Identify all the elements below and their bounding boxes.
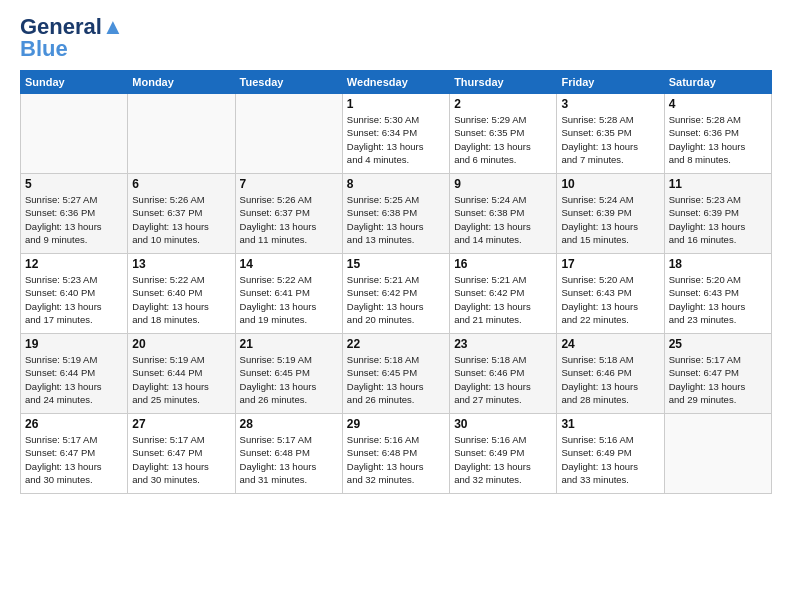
day-info: Sunrise: 5:24 AMSunset: 6:39 PMDaylight:… [561,193,659,246]
calendar-cell: 13Sunrise: 5:22 AMSunset: 6:40 PMDayligh… [128,254,235,334]
calendar-cell: 6Sunrise: 5:26 AMSunset: 6:37 PMDaylight… [128,174,235,254]
day-number: 19 [25,337,123,351]
calendar-cell: 26Sunrise: 5:17 AMSunset: 6:47 PMDayligh… [21,414,128,494]
calendar-cell: 31Sunrise: 5:16 AMSunset: 6:49 PMDayligh… [557,414,664,494]
day-number: 8 [347,177,445,191]
day-info: Sunrise: 5:17 AMSunset: 6:47 PMDaylight:… [132,433,230,486]
logo-text: General▲ Blue [20,16,124,60]
calendar-cell: 9Sunrise: 5:24 AMSunset: 6:38 PMDaylight… [450,174,557,254]
day-info: Sunrise: 5:18 AMSunset: 6:46 PMDaylight:… [561,353,659,406]
header: General▲ Blue [20,16,772,60]
day-number: 22 [347,337,445,351]
day-number: 10 [561,177,659,191]
day-info: Sunrise: 5:24 AMSunset: 6:38 PMDaylight:… [454,193,552,246]
day-number: 16 [454,257,552,271]
day-number: 2 [454,97,552,111]
day-number: 24 [561,337,659,351]
calendar-cell: 27Sunrise: 5:17 AMSunset: 6:47 PMDayligh… [128,414,235,494]
day-number: 5 [25,177,123,191]
weekday-header-saturday: Saturday [664,71,771,94]
calendar-cell: 12Sunrise: 5:23 AMSunset: 6:40 PMDayligh… [21,254,128,334]
day-info: Sunrise: 5:30 AMSunset: 6:34 PMDaylight:… [347,113,445,166]
day-info: Sunrise: 5:27 AMSunset: 6:36 PMDaylight:… [25,193,123,246]
logo-blue-text: Blue [20,36,68,61]
calendar-week-2: 12Sunrise: 5:23 AMSunset: 6:40 PMDayligh… [21,254,772,334]
day-info: Sunrise: 5:18 AMSunset: 6:46 PMDaylight:… [454,353,552,406]
day-info: Sunrise: 5:19 AMSunset: 6:45 PMDaylight:… [240,353,338,406]
weekday-header-tuesday: Tuesday [235,71,342,94]
day-number: 4 [669,97,767,111]
logo-blue: ▲ [102,14,124,39]
weekday-header-thursday: Thursday [450,71,557,94]
day-info: Sunrise: 5:21 AMSunset: 6:42 PMDaylight:… [454,273,552,326]
day-info: Sunrise: 5:16 AMSunset: 6:48 PMDaylight:… [347,433,445,486]
logo: General▲ Blue [20,16,124,60]
weekday-header-monday: Monday [128,71,235,94]
calendar-cell: 24Sunrise: 5:18 AMSunset: 6:46 PMDayligh… [557,334,664,414]
calendar-cell: 28Sunrise: 5:17 AMSunset: 6:48 PMDayligh… [235,414,342,494]
calendar-week-3: 19Sunrise: 5:19 AMSunset: 6:44 PMDayligh… [21,334,772,414]
weekday-header-sunday: Sunday [21,71,128,94]
calendar-cell: 17Sunrise: 5:20 AMSunset: 6:43 PMDayligh… [557,254,664,334]
calendar-cell: 18Sunrise: 5:20 AMSunset: 6:43 PMDayligh… [664,254,771,334]
day-number: 9 [454,177,552,191]
day-info: Sunrise: 5:17 AMSunset: 6:48 PMDaylight:… [240,433,338,486]
day-info: Sunrise: 5:17 AMSunset: 6:47 PMDaylight:… [25,433,123,486]
day-number: 25 [669,337,767,351]
day-number: 15 [347,257,445,271]
calendar-week-4: 26Sunrise: 5:17 AMSunset: 6:47 PMDayligh… [21,414,772,494]
calendar-cell: 14Sunrise: 5:22 AMSunset: 6:41 PMDayligh… [235,254,342,334]
day-number: 17 [561,257,659,271]
day-number: 18 [669,257,767,271]
calendar-cell [235,94,342,174]
day-number: 31 [561,417,659,431]
day-number: 20 [132,337,230,351]
day-info: Sunrise: 5:28 AMSunset: 6:35 PMDaylight:… [561,113,659,166]
day-number: 12 [25,257,123,271]
weekday-header-wednesday: Wednesday [342,71,449,94]
day-info: Sunrise: 5:23 AMSunset: 6:39 PMDaylight:… [669,193,767,246]
calendar-cell: 30Sunrise: 5:16 AMSunset: 6:49 PMDayligh… [450,414,557,494]
day-number: 27 [132,417,230,431]
page: General▲ Blue SundayMondayTuesdayWednesd… [0,0,792,510]
day-info: Sunrise: 5:20 AMSunset: 6:43 PMDaylight:… [669,273,767,326]
calendar-table: SundayMondayTuesdayWednesdayThursdayFrid… [20,70,772,494]
weekday-header-friday: Friday [557,71,664,94]
day-number: 21 [240,337,338,351]
calendar-cell [21,94,128,174]
calendar-cell: 21Sunrise: 5:19 AMSunset: 6:45 PMDayligh… [235,334,342,414]
weekday-header-row: SundayMondayTuesdayWednesdayThursdayFrid… [21,71,772,94]
day-number: 11 [669,177,767,191]
calendar-week-1: 5Sunrise: 5:27 AMSunset: 6:36 PMDaylight… [21,174,772,254]
calendar-cell: 23Sunrise: 5:18 AMSunset: 6:46 PMDayligh… [450,334,557,414]
day-info: Sunrise: 5:29 AMSunset: 6:35 PMDaylight:… [454,113,552,166]
calendar-cell: 1Sunrise: 5:30 AMSunset: 6:34 PMDaylight… [342,94,449,174]
calendar-cell: 20Sunrise: 5:19 AMSunset: 6:44 PMDayligh… [128,334,235,414]
day-info: Sunrise: 5:22 AMSunset: 6:41 PMDaylight:… [240,273,338,326]
day-number: 7 [240,177,338,191]
calendar-cell: 22Sunrise: 5:18 AMSunset: 6:45 PMDayligh… [342,334,449,414]
day-number: 1 [347,97,445,111]
calendar-cell: 19Sunrise: 5:19 AMSunset: 6:44 PMDayligh… [21,334,128,414]
day-info: Sunrise: 5:25 AMSunset: 6:38 PMDaylight:… [347,193,445,246]
calendar-cell: 7Sunrise: 5:26 AMSunset: 6:37 PMDaylight… [235,174,342,254]
day-info: Sunrise: 5:20 AMSunset: 6:43 PMDaylight:… [561,273,659,326]
calendar-cell: 3Sunrise: 5:28 AMSunset: 6:35 PMDaylight… [557,94,664,174]
day-number: 13 [132,257,230,271]
calendar-cell: 4Sunrise: 5:28 AMSunset: 6:36 PMDaylight… [664,94,771,174]
day-info: Sunrise: 5:16 AMSunset: 6:49 PMDaylight:… [454,433,552,486]
day-number: 23 [454,337,552,351]
calendar-cell: 25Sunrise: 5:17 AMSunset: 6:47 PMDayligh… [664,334,771,414]
day-info: Sunrise: 5:26 AMSunset: 6:37 PMDaylight:… [240,193,338,246]
day-number: 6 [132,177,230,191]
calendar-cell: 16Sunrise: 5:21 AMSunset: 6:42 PMDayligh… [450,254,557,334]
day-number: 30 [454,417,552,431]
day-info: Sunrise: 5:19 AMSunset: 6:44 PMDaylight:… [25,353,123,406]
day-info: Sunrise: 5:16 AMSunset: 6:49 PMDaylight:… [561,433,659,486]
calendar-cell: 10Sunrise: 5:24 AMSunset: 6:39 PMDayligh… [557,174,664,254]
day-number: 26 [25,417,123,431]
day-info: Sunrise: 5:23 AMSunset: 6:40 PMDaylight:… [25,273,123,326]
day-info: Sunrise: 5:26 AMSunset: 6:37 PMDaylight:… [132,193,230,246]
day-info: Sunrise: 5:22 AMSunset: 6:40 PMDaylight:… [132,273,230,326]
calendar-cell: 8Sunrise: 5:25 AMSunset: 6:38 PMDaylight… [342,174,449,254]
